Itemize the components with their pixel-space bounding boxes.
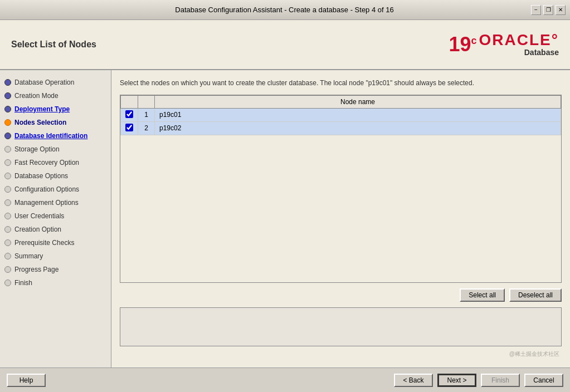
table-row: 1p19c01 (121, 108, 561, 121)
node-checkbox-2[interactable] (125, 124, 133, 131)
sidebar-label-progress-page: Progress Page (14, 266, 59, 273)
oracle-version: 19c (449, 35, 477, 55)
bottom-bar: Help < Back Next > Finish Cancel (0, 367, 570, 392)
sidebar-label-database-identification: Database Identification (14, 132, 87, 140)
sidebar-item-summary[interactable]: Summary (0, 249, 111, 263)
node-name-2: p19c02 (155, 121, 561, 135)
step-dot-database-operation (4, 79, 11, 86)
node-checkbox-1[interactable] (125, 110, 133, 118)
table-name-col-header: Node name (155, 95, 561, 108)
step-dot-creation-option (4, 226, 11, 233)
sidebar-item-deployment-type[interactable]: Deployment Type (0, 102, 111, 116)
sidebar-label-user-credentials: User Credentials (14, 212, 64, 220)
node-number-1: 1 (138, 108, 155, 121)
step-dot-database-options (4, 173, 11, 179)
sidebar-item-user-credentials[interactable]: User Credentials (0, 209, 111, 223)
oracle-product-label: Database (524, 48, 559, 57)
sidebar-label-database-operation: Database Operation (14, 79, 74, 86)
window-content: Select List of Nodes 19c ORACLE° Databas… (0, 20, 570, 392)
oracle-brand-label: ORACLE° (479, 32, 559, 48)
step-dot-creation-mode (4, 92, 11, 99)
step-dot-summary (4, 253, 11, 259)
step-dot-storage-option (4, 146, 11, 153)
node-number-2: 2 (138, 121, 155, 135)
sidebar-label-prerequisite-checks: Prerequisite Checks (14, 239, 74, 247)
step-dot-fast-recovery-option (4, 159, 11, 166)
sidebar-label-creation-mode: Creation Mode (14, 92, 59, 100)
sidebar-item-progress-page[interactable]: Progress Page (0, 263, 111, 276)
sidebar-label-management-options: Management Options (14, 199, 79, 207)
sidebar-item-creation-mode[interactable]: Creation Mode (0, 89, 111, 102)
sidebar-item-database-operation[interactable]: Database Operation (0, 76, 111, 89)
step-dot-database-identification (4, 133, 11, 139)
step-dot-progress-page (4, 266, 11, 273)
sidebar-item-prerequisite-checks[interactable]: Prerequisite Checks (0, 236, 111, 249)
nodes-table: Node name 1p19c012p19c02 (120, 95, 561, 135)
sidebar-item-finish[interactable]: Finish (0, 276, 111, 290)
deselect-all-button[interactable]: Deselect all (509, 288, 562, 302)
step-dot-prerequisite-checks (4, 239, 11, 246)
sidebar: Database OperationCreation ModeDeploymen… (0, 70, 111, 367)
maximize-button[interactable]: ❐ (543, 5, 553, 15)
table-num-col-header (138, 95, 155, 108)
minimize-button[interactable]: − (531, 5, 541, 15)
page-title: Select List of Nodes (11, 40, 96, 50)
table-row: 2p19c02 (121, 121, 561, 135)
help-button[interactable]: Help (7, 374, 46, 387)
select-buttons-row: Select all Deselect all (120, 288, 562, 302)
step-dot-user-credentials (4, 213, 11, 219)
sidebar-label-fast-recovery-option: Fast Recovery Option (14, 159, 79, 166)
select-all-button[interactable]: Select all (460, 288, 505, 302)
step-dot-deployment-type (4, 106, 11, 112)
sidebar-item-database-options[interactable]: Database Options (0, 169, 111, 183)
title-bar: Database Configuration Assistant - Creat… (0, 0, 570, 20)
sidebar-label-finish: Finish (14, 279, 32, 287)
watermark: @稀土掘金技术社区 (120, 349, 562, 359)
finish-button[interactable]: Finish (481, 374, 520, 387)
sidebar-item-nodes-selection[interactable]: Nodes Selection (0, 116, 111, 129)
next-button[interactable]: Next > (437, 374, 476, 387)
window-controls[interactable]: − ❐ ✕ (531, 5, 566, 15)
info-area (120, 307, 562, 346)
sidebar-label-configuration-options: Configuration Options (14, 185, 79, 193)
sidebar-label-summary: Summary (14, 252, 43, 260)
bottom-right-buttons: < Back Next > Finish Cancel (394, 374, 563, 387)
oracle-logo: 19c ORACLE° Database (449, 32, 559, 57)
main-content: Select the nodes on which you want to cr… (111, 70, 570, 367)
sidebar-item-creation-option[interactable]: Creation Option (0, 223, 111, 236)
body-area: Database OperationCreation ModeDeploymen… (0, 70, 570, 367)
sidebar-item-storage-option[interactable]: Storage Option (0, 143, 111, 156)
close-button[interactable]: ✕ (556, 5, 566, 15)
sidebar-label-storage-option: Storage Option (14, 145, 60, 153)
step-dot-finish (4, 280, 11, 286)
table-check-col-header (121, 95, 138, 108)
nodes-table-container: Node name 1p19c012p19c02 (120, 95, 562, 283)
sidebar-label-database-options: Database Options (14, 172, 68, 180)
sidebar-label-creation-option: Creation Option (14, 226, 61, 233)
step-dot-nodes-selection (4, 119, 11, 126)
oracle-brand-text: ORACLE° Database (479, 32, 559, 57)
window-title: Database Configuration Assistant - Creat… (38, 6, 531, 14)
sidebar-item-configuration-options[interactable]: Configuration Options (0, 183, 111, 196)
instruction-text: Select the nodes on which you want to cr… (120, 79, 562, 88)
step-dot-configuration-options (4, 186, 11, 193)
sidebar-item-database-identification[interactable]: Database Identification (0, 129, 111, 143)
sidebar-label-nodes-selection: Nodes Selection (14, 119, 66, 126)
cancel-button[interactable]: Cancel (524, 374, 563, 387)
sidebar-item-management-options[interactable]: Management Options (0, 196, 111, 209)
node-name-1: p19c01 (155, 108, 561, 121)
header-area: Select List of Nodes 19c ORACLE° Databas… (0, 20, 570, 70)
step-dot-management-options (4, 199, 11, 206)
sidebar-item-fast-recovery-option[interactable]: Fast Recovery Option (0, 156, 111, 169)
back-button[interactable]: < Back (394, 374, 433, 387)
sidebar-label-deployment-type: Deployment Type (14, 105, 70, 113)
